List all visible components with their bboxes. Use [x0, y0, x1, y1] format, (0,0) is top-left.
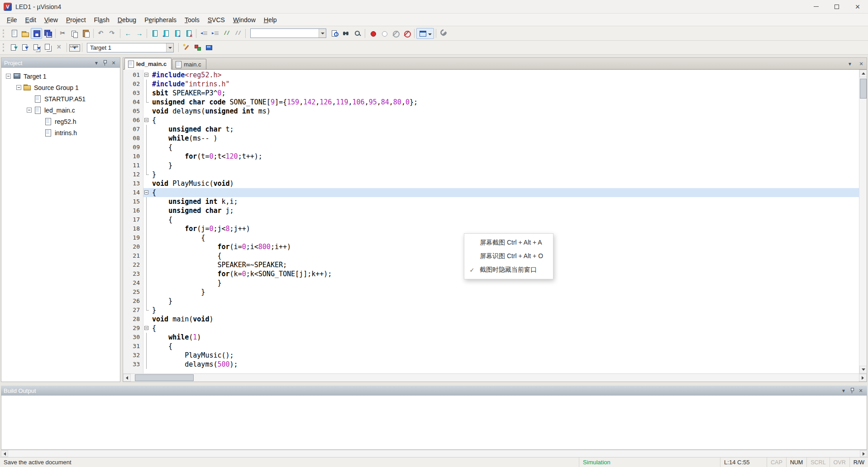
line-number[interactable]: 16	[123, 206, 143, 215]
line-number[interactable]: 22	[123, 260, 143, 269]
comment-button[interactable]	[221, 28, 232, 39]
code-line[interactable]: 27}	[123, 306, 867, 315]
menu-edit[interactable]: Edit	[21, 14, 40, 25]
vertical-scrollbar[interactable]	[859, 70, 867, 373]
menu-project[interactable]: Project	[62, 14, 90, 25]
line-number[interactable]: 02	[123, 80, 143, 89]
line-number[interactable]: 19	[123, 233, 143, 242]
fold-toggle-icon[interactable]	[144, 326, 148, 330]
tree-item-intrins-h[interactable]: intrins.h	[1, 127, 120, 138]
code-text[interactable]: }	[150, 288, 867, 297]
context-menu-item[interactable]: 屏幕识图 Ctrl + Alt + O	[464, 250, 553, 263]
code-line[interactable]: 02#include"intrins.h"	[123, 80, 867, 89]
line-number[interactable]: 26	[123, 297, 143, 306]
line-number[interactable]: 07	[123, 125, 143, 134]
horizontal-scrollbar-thumb[interactable]	[135, 374, 194, 381]
context-menu-item[interactable]: ✓截图时隐藏当前窗口	[464, 263, 553, 277]
code-line[interactable]: 08 while(ms-- )	[123, 134, 867, 143]
code-line[interactable]: 18 for(j=0;j<8;j++)	[123, 224, 867, 233]
uncomment-button[interactable]	[232, 28, 243, 39]
line-number[interactable]: 23	[123, 269, 143, 278]
save-all-button[interactable]	[42, 28, 53, 39]
line-number[interactable]: 01	[123, 71, 143, 80]
line-number[interactable]: 18	[123, 224, 143, 233]
tab-main-c[interactable]: main.c	[172, 59, 206, 69]
fold-toggle-icon[interactable]	[144, 118, 148, 122]
close-button[interactable]: ×	[847, 0, 868, 13]
line-number[interactable]: 05	[123, 107, 143, 116]
line-number[interactable]: 17	[123, 215, 143, 224]
collapse-expander-icon[interactable]	[27, 108, 32, 113]
translate-button[interactable]	[8, 42, 19, 53]
dropdown-arrow-icon[interactable]	[319, 29, 326, 38]
line-number[interactable]: 27	[123, 306, 143, 315]
line-number[interactable]: 15	[123, 197, 143, 206]
code-text[interactable]: for(t=0;t<120;t++);	[150, 152, 867, 161]
code-line[interactable]: 12}	[123, 170, 867, 179]
menu-view[interactable]: View	[40, 14, 62, 25]
code-text[interactable]: for(j=0;j<8;j++)	[150, 224, 867, 233]
code-lines[interactable]: 01#include<reg52.h>02#include"intrins.h"…	[123, 70, 867, 373]
code-text[interactable]: {	[150, 188, 867, 197]
collapse-expander-icon[interactable]	[6, 74, 11, 79]
line-number[interactable]: 04	[123, 98, 143, 107]
panel-menu-icon[interactable]: ▼	[840, 387, 847, 394]
tab-list-icon[interactable]: ▼	[846, 60, 854, 67]
menu-window[interactable]: Window	[229, 14, 260, 25]
save-button[interactable]	[31, 28, 42, 39]
open-folder-button[interactable]	[19, 28, 31, 39]
panel-close-icon[interactable]: ×	[857, 387, 864, 394]
bookmark-clear-button[interactable]	[183, 28, 194, 39]
line-number[interactable]: 30	[123, 333, 143, 342]
scroll-down-button[interactable]	[859, 366, 867, 373]
panel-close-icon[interactable]: ×	[110, 59, 117, 66]
code-line[interactable]: 01#include<reg52.h>	[123, 71, 867, 80]
line-number[interactable]: 28	[123, 315, 143, 324]
code-text[interactable]: delayms(500);	[150, 360, 867, 369]
code-text[interactable]: }	[150, 170, 867, 179]
code-line[interactable]: 28void main(void)	[123, 315, 867, 324]
code-line[interactable]: 17 {	[123, 215, 867, 224]
code-line[interactable]: 11 }	[123, 161, 867, 170]
menu-help[interactable]: Help	[260, 14, 281, 25]
fold-toggle-icon[interactable]	[144, 190, 148, 194]
code-text[interactable]: {	[150, 143, 867, 152]
line-number[interactable]: 09	[123, 143, 143, 152]
code-line[interactable]: 33 delayms(500);	[123, 360, 867, 369]
tree-item-target-1[interactable]: Target 1	[1, 71, 120, 82]
nav-back-button[interactable]	[122, 28, 134, 39]
bp-toggle-button[interactable]	[367, 28, 378, 39]
code-text[interactable]: #include"intrins.h"	[150, 80, 867, 89]
nav-forward-button[interactable]	[134, 28, 145, 39]
code-text[interactable]: }	[150, 161, 867, 170]
code-line[interactable]: 07 unsigned char t;	[123, 125, 867, 134]
line-number[interactable]: 33	[123, 360, 143, 369]
new-file-button[interactable]	[8, 28, 19, 39]
fold-toggle-icon[interactable]	[144, 73, 148, 77]
scroll-right-button[interactable]	[860, 450, 867, 457]
tab-led-main-c[interactable]: led_main.c	[124, 58, 172, 70]
code-text[interactable]: void PlayMusic(void)	[150, 179, 867, 188]
bp-kill-all-button[interactable]	[401, 28, 412, 39]
code-text[interactable]: while(1)	[150, 333, 867, 342]
build-output-content[interactable]	[1, 396, 867, 450]
scroll-left-button[interactable]	[1, 450, 8, 457]
code-text[interactable]: unsigned char j;	[150, 206, 867, 215]
line-number[interactable]: 32	[123, 351, 143, 360]
code-line[interactable]: 13void PlayMusic(void)	[123, 179, 867, 188]
rebuild-button[interactable]	[31, 42, 42, 53]
code-line[interactable]: 32 PlayMusic();	[123, 351, 867, 360]
line-number[interactable]: 31	[123, 342, 143, 351]
bp-disable-all-button[interactable]	[390, 28, 401, 39]
bp-enable-button[interactable]	[378, 28, 390, 39]
code-text[interactable]: sbit SPEAKER=P3^0;	[150, 89, 867, 98]
books-button[interactable]	[203, 42, 215, 53]
redo-button[interactable]	[107, 28, 118, 39]
code-line[interactable]: 10 for(t=0;t<120;t++);	[123, 152, 867, 161]
code-text[interactable]: }	[150, 306, 867, 315]
code-text[interactable]: {	[150, 342, 867, 351]
indent-button[interactable]	[210, 28, 221, 39]
line-number[interactable]: 13	[123, 179, 143, 188]
minimize-button[interactable]	[806, 0, 826, 13]
menu-file[interactable]: File	[3, 14, 21, 25]
